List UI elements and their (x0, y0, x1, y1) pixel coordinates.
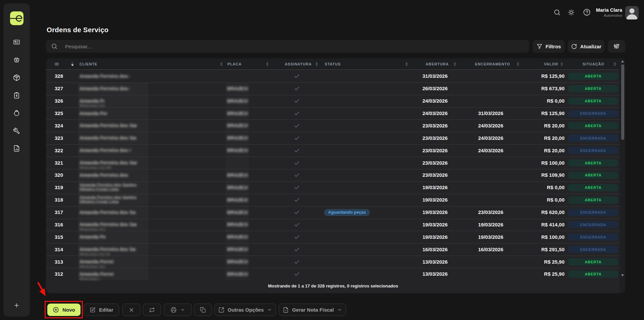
svg-text:$: $ (16, 94, 17, 97)
